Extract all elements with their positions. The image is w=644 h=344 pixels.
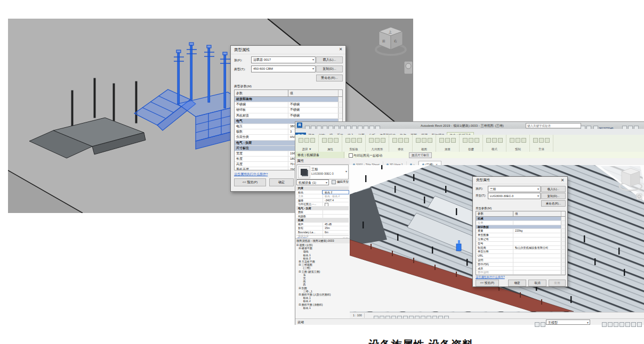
load-button[interactable]: 载入(L)...	[541, 186, 566, 192]
ribbon-tool-icon[interactable]	[299, 138, 303, 143]
ribbon-tool-icon[interactable]	[416, 138, 421, 143]
ribbon-panel[interactable]: 属性	[319, 135, 342, 152]
ribbon-tool-icon[interactable]	[357, 138, 362, 143]
ribbon-tool-icon[interactable]	[463, 138, 468, 143]
ok-button[interactable]: 确定	[269, 178, 294, 186]
status-icon[interactable]	[631, 322, 636, 327]
ribbon-tool-icon[interactable]	[521, 138, 526, 143]
ribbon-tool-icon[interactable]	[310, 138, 315, 143]
parameter-row[interactable]: 不锈钢 不锈钢	[235, 102, 342, 108]
parameter-row[interactable]: 镀锌板 不锈钢	[235, 108, 342, 113]
ribbon-tool-icon[interactable]	[369, 138, 374, 143]
ribbon-tool-icon[interactable]	[328, 138, 333, 143]
property-row[interactable]: Boundary La... 6m	[296, 231, 349, 235]
parameters-table[interactable]: 参数 值 机械 分类 标识数据	[476, 211, 566, 275]
parameter-row[interactable]: 型号	[476, 242, 565, 246]
status-icon[interactable]	[541, 322, 545, 327]
duplicate-button[interactable]: 复制(D)...	[316, 65, 343, 72]
ribbon-panel[interactable]: 测量	[436, 135, 460, 152]
type-select[interactable]: 450-600 CBM	[251, 65, 316, 72]
type-selector[interactable]: 三期 LUG3000-30EC-3 ▾	[296, 165, 349, 179]
parameter-row[interactable]: 成本	[476, 267, 565, 271]
edit-type-button[interactable]: 编辑类型	[332, 179, 349, 184]
ribbon-panel[interactable]: 视图	[413, 135, 436, 152]
ribbon-tool-icon[interactable]	[474, 138, 479, 143]
title-bar[interactable]: R Autodesk Revit 2019 - 项目1(舾装).0033 - 三…	[295, 122, 644, 129]
parameter-row[interactable]: 材质和装饰	[235, 97, 342, 102]
ribbon-tool-icon[interactable]	[539, 138, 544, 143]
ok-button[interactable]: 确定	[508, 280, 526, 286]
rename-button[interactable]: 重命名(R)...	[541, 200, 566, 207]
ribbon-panel[interactable]: 几何图形	[366, 135, 389, 152]
status-icon[interactable]	[625, 322, 630, 327]
ribbon-tool-icon[interactable]	[486, 138, 491, 143]
ribbon-panel[interactable]: 选择 ▼	[295, 135, 319, 152]
category-filter-select[interactable]: 机械设备 (1)	[296, 179, 329, 185]
status-icon[interactable]	[637, 322, 642, 327]
status-icon[interactable]	[535, 322, 540, 327]
ribbon-tool-icon[interactable]	[304, 138, 309, 143]
property-row[interactable]: 标高 标高 2	[296, 191, 349, 195]
close-icon[interactable]: ✕	[559, 177, 566, 184]
ribbon-tool-icon[interactable]	[334, 138, 339, 143]
move-with-nearby-checkbox[interactable]	[349, 153, 353, 158]
ribbon-tool-icon[interactable]	[445, 138, 450, 143]
ribbon-panel[interactable]: 主体	[530, 135, 553, 152]
ribbon-tool-icon[interactable]	[516, 138, 520, 143]
navigation-wheel-icon[interactable]	[404, 61, 413, 74]
property-row[interactable]: 射程 15m	[296, 226, 349, 231]
ribbon-tool-icon[interactable]	[398, 138, 403, 143]
parameter-row[interactable]: 注释记号	[476, 237, 565, 242]
ribbon-tool-icon[interactable]	[428, 138, 432, 143]
parameter-row[interactable]: 类型图像	[476, 233, 565, 237]
parameter-row[interactable]: 机械	[476, 217, 565, 221]
parameter-row[interactable]: 部件代码	[476, 263, 565, 267]
chevron-down-icon[interactable]: ▾	[345, 169, 347, 173]
tree-item[interactable]: 标高 1	[296, 306, 350, 309]
dialog-titlebar[interactable]: 类型属性 ✕	[231, 46, 345, 54]
preview-button[interactable]: << 预览(P)	[234, 178, 266, 186]
duplicate-button[interactable]: 复制(D)...	[541, 193, 566, 199]
rename-button[interactable]: 重命名(R)...	[316, 75, 343, 81]
design-option-select[interactable]: 主模型	[546, 320, 590, 325]
ribbon-tool-icon[interactable]	[375, 138, 380, 143]
property-row[interactable]: 噪声 45 dB	[296, 223, 349, 227]
ribbon-tool-icon[interactable]	[404, 138, 409, 143]
ribbon-tool-icon[interactable]	[322, 138, 327, 143]
what-do-properties-do-link[interactable]: 这些属性执行什么操作?	[234, 172, 268, 177]
ribbon-panel[interactable]: 模式	[483, 135, 506, 152]
status-icon[interactable]	[608, 322, 613, 327]
property-row[interactable]: 线路数	[296, 215, 349, 219]
revit-menu-icon[interactable]: R	[297, 122, 302, 128]
ribbon-panel[interactable]: 修改	[389, 135, 413, 152]
property-row[interactable]: 约束	[296, 186, 349, 191]
ribbon-tool-icon[interactable]	[545, 138, 550, 143]
parameter-row[interactable]: 标识数据	[476, 225, 565, 230]
preview-button[interactable]: << 预览(P)	[476, 280, 499, 286]
ribbon-tool-icon[interactable]	[381, 138, 385, 143]
activate-dimensions-button[interactable]: 激活尺寸标注	[409, 152, 432, 158]
status-icon[interactable]	[602, 322, 607, 327]
family-select[interactable]: 运载器 0017	[251, 56, 316, 63]
ribbon-tool-icon[interactable]	[345, 138, 350, 143]
property-row[interactable]: 电气 - 负荷	[296, 207, 349, 211]
load-button[interactable]: 载入(L)...	[316, 56, 343, 63]
type-properties-dialog-right[interactable]: 类型属性 ✕ 族(F): 三期 载入(L)... 类型(T): LUG3000-…	[472, 176, 568, 287]
view-scale[interactable]: 1 : 100	[351, 313, 365, 318]
parameter-row[interactable]: 分类	[476, 221, 565, 225]
properties-header[interactable]: 属性	[295, 158, 350, 165]
ribbon-panel[interactable]: 剪贴板	[342, 135, 366, 152]
parameter-row[interactable]: 部件说明	[476, 271, 565, 275]
navigation-bar-icon[interactable]	[637, 194, 642, 199]
property-row[interactable]: 机械	[296, 218, 349, 223]
search-input[interactable]	[526, 123, 581, 128]
ribbon-tool-icon[interactable]	[392, 138, 397, 143]
ribbon-tool-icon[interactable]	[422, 138, 426, 143]
parameter-row[interactable]: URL	[476, 254, 565, 258]
property-row[interactable]: 偏移 -3407.4	[296, 199, 349, 203]
ribbon-tool-icon[interactable]	[469, 138, 473, 143]
ribbon-tool-icon[interactable]	[533, 138, 538, 143]
parameter-row[interactable]: 风机材质 不锈钢	[235, 113, 342, 119]
dialog-titlebar[interactable]: 类型属性 ✕	[473, 177, 567, 184]
family-select[interactable]: 三期	[488, 186, 541, 192]
